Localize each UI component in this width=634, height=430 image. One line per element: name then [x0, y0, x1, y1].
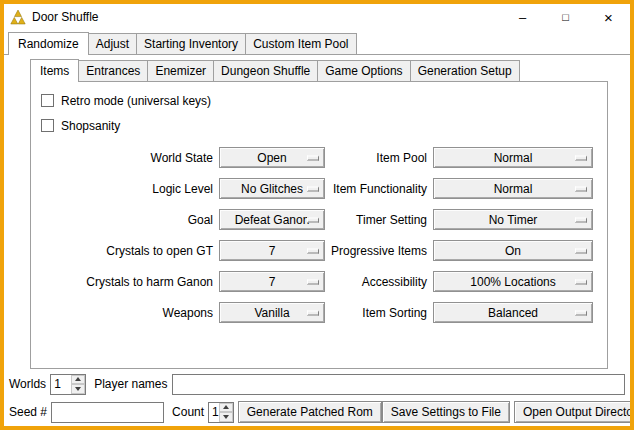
settings-grid: World State Open Item Pool Normal Logic … [41, 147, 593, 323]
goal-label: Goal [41, 213, 213, 227]
subtab-items[interactable]: Items [30, 59, 79, 82]
timer-setting-value: No Timer [489, 213, 538, 227]
world-state-value: Open [257, 151, 286, 165]
seed-label: Seed # [9, 405, 47, 419]
dropdown-indicator-icon [307, 310, 319, 315]
progressive-items-dropdown[interactable]: On [433, 240, 593, 261]
tab-starting-inventory[interactable]: Starting Inventory [136, 33, 246, 54]
subtab-enemizer[interactable]: Enemizer [147, 60, 214, 81]
retro-mode-label: Retro mode (universal keys) [61, 94, 211, 108]
item-sorting-dropdown[interactable]: Balanced [433, 302, 593, 323]
worlds-spin-down-button[interactable] [71, 384, 85, 394]
maximize-button[interactable]: □ [544, 4, 587, 30]
crystals-ganon-dropdown[interactable]: 7 [219, 271, 325, 292]
item-functionality-value: Normal [494, 182, 533, 196]
shopsanity-checkbox[interactable] [41, 119, 54, 132]
worlds-spin-arrows [71, 375, 85, 394]
progressive-items-value: On [505, 244, 521, 258]
worlds-label: Worlds [9, 377, 46, 391]
sub-tab-bar: Items Entrances Enemizer Dungeon Shuffle… [30, 59, 608, 81]
retro-mode-checkbox[interactable] [41, 94, 54, 107]
accessibility-label: Accessibility [331, 275, 427, 289]
dropdown-indicator-icon [575, 217, 587, 222]
player-names-input[interactable] [172, 374, 626, 395]
subtab-dungeon-shuffle[interactable]: Dungeon Shuffle [213, 60, 318, 81]
item-pool-value: Normal [494, 151, 533, 165]
shopsanity-row[interactable]: Shopsanity [41, 113, 599, 138]
spin-up-icon [223, 405, 229, 409]
seed-row: Seed # Count 1 Generate Patched Rom Save… [9, 401, 626, 423]
tab-adjust[interactable]: Adjust [88, 33, 137, 54]
subtab-generation-setup[interactable]: Generation Setup [410, 60, 520, 81]
app-icon [10, 9, 26, 25]
maximize-icon: □ [562, 11, 569, 23]
dropdown-indicator-icon [307, 217, 319, 222]
dropdown-indicator-icon [575, 155, 587, 160]
spin-down-icon [75, 387, 81, 391]
count-label: Count [172, 405, 204, 419]
count-value: 1 [209, 403, 219, 422]
titlebar: Door Shuffle – □ × [4, 4, 630, 30]
items-pane: Retro mode (universal keys) Shopsanity W… [30, 81, 608, 369]
crystals-gt-value: 7 [269, 244, 276, 258]
dropdown-indicator-icon [575, 248, 587, 253]
close-button[interactable]: × [587, 4, 630, 30]
player-names-label: Player names [94, 377, 167, 391]
tab-custom-item-pool[interactable]: Custom Item Pool [245, 33, 356, 54]
subtab-game-options[interactable]: Game Options [317, 60, 410, 81]
worlds-spinbox[interactable]: 1 [50, 374, 86, 395]
dropdown-indicator-icon [575, 279, 587, 284]
crystals-ganon-value: 7 [269, 275, 276, 289]
item-functionality-dropdown[interactable]: Normal [433, 178, 593, 199]
goal-value: Defeat Ganon [235, 213, 310, 227]
crystals-ganon-label: Crystals to harm Ganon [41, 275, 213, 289]
count-spinbox[interactable]: 1 [208, 402, 234, 423]
crystals-gt-dropdown[interactable]: 7 [219, 240, 325, 261]
item-pool-dropdown[interactable]: Normal [433, 147, 593, 168]
minimize-icon: – [519, 10, 526, 25]
item-sorting-value: Balanced [488, 306, 538, 320]
retro-mode-row[interactable]: Retro mode (universal keys) [41, 88, 599, 113]
item-functionality-label: Item Functionality [331, 182, 427, 196]
worlds-row: Worlds 1 Player names [9, 373, 626, 395]
open-output-directory-button[interactable]: Open Output Directory [514, 401, 634, 423]
timer-setting-dropdown[interactable]: No Timer [433, 209, 593, 230]
timer-setting-label: Timer Setting [331, 213, 427, 227]
main-tab-bar: Randomize Adjust Starting Inventory Cust… [8, 32, 630, 54]
generate-patched-rom-button[interactable]: Generate Patched Rom [238, 401, 382, 423]
weapons-dropdown[interactable]: Vanilla [219, 302, 325, 323]
count-spin-down-button[interactable] [219, 412, 233, 422]
worlds-spin-up-button[interactable] [71, 375, 85, 385]
seed-input[interactable] [51, 402, 164, 423]
save-settings-button[interactable]: Save Settings to File [382, 401, 510, 423]
dropdown-indicator-icon [307, 279, 319, 284]
item-sorting-label: Item Sorting [331, 306, 427, 320]
logic-level-dropdown[interactable]: No Glitches [219, 178, 325, 199]
world-state-dropdown[interactable]: Open [219, 147, 325, 168]
tab-randomize[interactable]: Randomize [8, 32, 89, 55]
dropdown-indicator-icon [307, 155, 319, 160]
weapons-value: Vanilla [254, 306, 289, 320]
accessibility-dropdown[interactable]: 100% Locations [433, 271, 593, 292]
logic-level-label: Logic Level [41, 182, 213, 196]
weapons-label: Weapons [41, 306, 213, 320]
count-spin-arrows [219, 403, 233, 422]
worlds-value: 1 [51, 375, 71, 394]
goal-dropdown[interactable]: Defeat Ganon [219, 209, 325, 230]
window-title: Door Shuffle [32, 10, 99, 24]
dropdown-indicator-icon [575, 310, 587, 315]
accessibility-value: 100% Locations [470, 275, 555, 289]
crystals-gt-label: Crystals to open GT [41, 244, 213, 258]
minimize-button[interactable]: – [501, 4, 544, 30]
dropdown-indicator-icon [575, 186, 587, 191]
progressive-items-label: Progressive Items [331, 244, 427, 258]
logic-level-value: No Glitches [241, 182, 303, 196]
count-spin-up-button[interactable] [219, 403, 233, 413]
item-pool-label: Item Pool [331, 151, 427, 165]
subtab-entrances[interactable]: Entrances [78, 60, 148, 81]
close-icon: × [604, 9, 613, 26]
app-window: Door Shuffle – □ × Randomize Adjust Star… [0, 0, 634, 430]
dropdown-indicator-icon [307, 186, 319, 191]
dropdown-indicator-icon [307, 248, 319, 253]
spin-up-icon [75, 377, 81, 381]
